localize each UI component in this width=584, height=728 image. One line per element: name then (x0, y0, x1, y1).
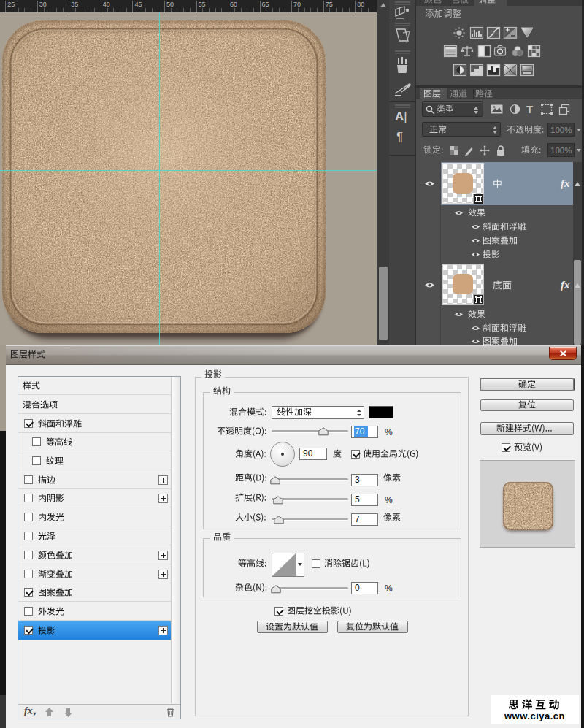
svg-text:T: T (526, 103, 533, 115)
